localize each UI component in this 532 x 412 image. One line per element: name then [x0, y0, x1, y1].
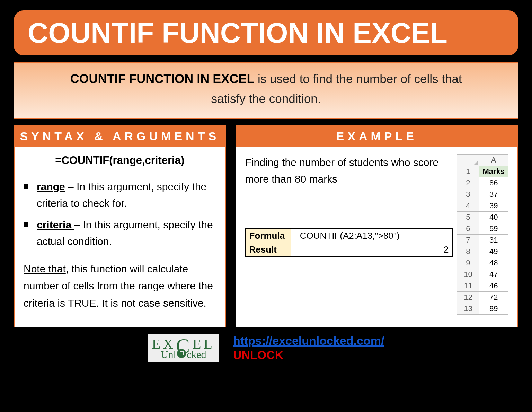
table-row: 1146 [457, 280, 508, 291]
marks-cell: 46 [479, 280, 508, 291]
result-value: 2 [291, 243, 452, 257]
marks-header-cell: Marks [479, 166, 508, 177]
marks-cell: 49 [479, 246, 508, 257]
table-header-row: A [457, 154, 508, 166]
example-body: Finding the number of students who score… [236, 147, 518, 327]
marks-cell: 59 [479, 223, 508, 234]
row-num: 3 [457, 189, 479, 200]
marks-cell: 86 [479, 177, 508, 189]
arg-range: range – In this argument, specify the cr… [24, 178, 216, 212]
page-title: COUNTIF FUNCTION IN EXCEL [28, 17, 504, 49]
row-num: 12 [457, 291, 479, 303]
title-bar: COUNTIF FUNCTION IN EXCEL [14, 10, 518, 55]
table-row: 439 [457, 200, 508, 211]
footer-unlock: UNLOCK [233, 348, 384, 362]
table-row: 286 [457, 177, 508, 189]
marks-cell: 40 [479, 211, 508, 223]
bullet-icon [24, 222, 28, 227]
note-label: Note that [24, 263, 66, 274]
logo: EX C EL Unlcked [148, 334, 219, 362]
row-num: 8 [457, 246, 479, 257]
footer-text: https://excelunlocked.com/ UNLOCK [233, 334, 384, 362]
bullet-icon [24, 184, 28, 189]
row-num: 11 [457, 280, 479, 291]
row-num: 1 [457, 166, 479, 177]
marks-cell: 31 [479, 234, 508, 246]
syntax-note: Note that, this function will calculate … [24, 260, 216, 312]
syntax-formula: =COUNTIF(range,criteria) [24, 154, 216, 167]
columns: SYNTAX & ARGUMENTS =COUNTIF(range,criter… [14, 125, 518, 327]
example-desc: Finding the number of students who score… [245, 154, 453, 187]
description-line2: satisfy the condition. [25, 89, 507, 108]
formula-value: =COUNTIF(A2:A13,">80") [291, 229, 452, 243]
arg-name: range [37, 181, 65, 192]
table-row: 337 [457, 189, 508, 200]
example-header: EXAMPLE [236, 125, 518, 147]
formula-table: Formula =COUNTIF(A2:A13,">80") Result 2 [245, 228, 453, 257]
result-row: Result 2 [246, 243, 453, 257]
logo-c: C [176, 341, 193, 351]
table-row: 948 [457, 257, 508, 269]
example-column: EXAMPLE Finding the number of students w… [236, 125, 518, 327]
result-label: Result [246, 243, 291, 257]
syntax-column: SYNTAX & ARGUMENTS =COUNTIF(range,criter… [14, 125, 226, 327]
description-bold: COUNTIF FUNCTION IN EXCEL [70, 72, 254, 86]
table-row: 659 [457, 223, 508, 234]
row-num: 10 [457, 269, 479, 280]
table-row: 1Marks [457, 166, 508, 177]
row-num: 9 [457, 257, 479, 269]
arguments-list: range – In this argument, specify the cr… [24, 178, 216, 250]
syntax-body: =COUNTIF(range,criteria) range – In this… [14, 147, 226, 327]
arg-name: criteria [37, 219, 74, 230]
row-num: 4 [457, 200, 479, 211]
formula-row: Formula =COUNTIF(A2:A13,">80") [246, 229, 453, 243]
arg-criteria: criteria – In this argument, specify the… [24, 217, 216, 250]
col-head-a: A [479, 154, 508, 166]
table-row: 731 [457, 234, 508, 246]
formula-table-wrap: Formula =COUNTIF(A2:A13,">80") Result 2 [245, 191, 453, 257]
table-row: 1272 [457, 291, 508, 303]
footer: EX C EL Unlcked https://excelunlocked.co… [14, 334, 518, 362]
marks-cell: 48 [479, 257, 508, 269]
table-row: 849 [457, 246, 508, 257]
marks-cell: 72 [479, 291, 508, 303]
marks-cell: 39 [479, 200, 508, 211]
description-rest1: is used to find the number of cells that [254, 72, 462, 86]
table-row: 1047 [457, 269, 508, 280]
marks-cell: 47 [479, 269, 508, 280]
syntax-header: SYNTAX & ARGUMENTS [14, 125, 226, 147]
footer-link[interactable]: https://excelunlocked.com/ [233, 334, 384, 347]
example-left: Finding the number of students who score… [245, 154, 453, 257]
row-num: 13 [457, 303, 479, 314]
marks-table-wrap: A 1Marks 286 337 439 540 659 731 849 948… [457, 154, 508, 315]
row-num: 5 [457, 211, 479, 223]
description-box: COUNTIF FUNCTION IN EXCEL is used to fin… [14, 62, 518, 119]
row-num: 6 [457, 223, 479, 234]
logo-bottom: Unlcked [161, 349, 206, 360]
page: COUNTIF FUNCTION IN EXCEL COUNTIF FUNCTI… [0, 0, 532, 369]
table-row: 1389 [457, 303, 508, 314]
formula-label: Formula [246, 229, 291, 243]
corner-cell [457, 154, 479, 166]
row-num: 2 [457, 177, 479, 189]
row-num: 7 [457, 234, 479, 246]
description-line1: COUNTIF FUNCTION IN EXCEL is used to fin… [25, 69, 507, 89]
example-row: Finding the number of students who score… [245, 154, 508, 315]
marks-table: A 1Marks 286 337 439 540 659 731 849 948… [457, 154, 508, 315]
marks-cell: 37 [479, 189, 508, 200]
lock-icon [177, 349, 186, 358]
marks-cell: 89 [479, 303, 508, 314]
table-row: 540 [457, 211, 508, 223]
